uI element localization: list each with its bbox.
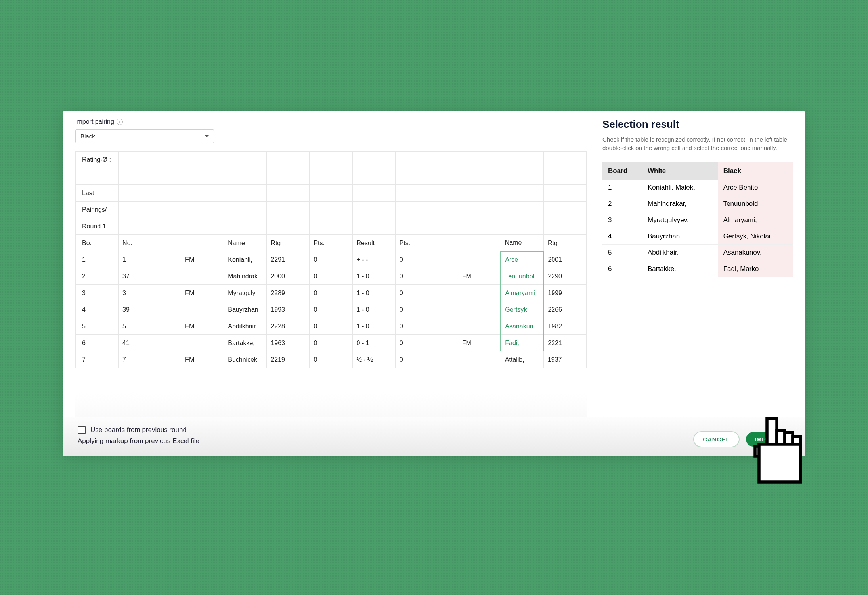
grid-cell[interactable]: FM [458, 335, 501, 351]
grid-cell[interactable]: 2290 [543, 268, 586, 285]
grid-cell[interactable] [310, 185, 352, 202]
result-row[interactable]: 3Myratgulyyev,Almaryami, [602, 212, 793, 228]
grid-cell[interactable] [224, 202, 267, 218]
grid-cell[interactable]: Bauyrzhan [224, 301, 267, 318]
table-row[interactable]: 33FMMyratguly228901 - 00Almaryami1999 [76, 285, 587, 301]
grid-cell[interactable] [181, 202, 224, 218]
grid-header-cell[interactable]: No. [119, 235, 161, 251]
grid-cell[interactable] [458, 185, 501, 202]
grid-cell[interactable]: Gertsyk, [501, 301, 543, 318]
grid-cell[interactable]: 0 [395, 251, 438, 268]
grid-cell[interactable]: FM [181, 318, 224, 335]
grid-cell[interactable]: 5 [76, 318, 119, 335]
cancel-button[interactable]: CANCEL [693, 431, 740, 447]
grid-cell[interactable] [458, 351, 501, 368]
grid-header-cell[interactable]: Result [352, 235, 395, 251]
grid-cell[interactable] [501, 152, 543, 168]
grid-cell[interactable]: 1 - 0 [352, 318, 395, 335]
grid-cell[interactable]: Rating-Ø : [76, 152, 119, 168]
grid-cell[interactable] [161, 185, 181, 202]
grid-cell[interactable]: 2001 [543, 251, 586, 268]
table-row[interactable]: 237Mahindrak200001 - 00FMTenuunbol2290 [76, 268, 587, 285]
grid-cell[interactable] [438, 152, 458, 168]
grid-cell[interactable] [161, 218, 181, 235]
source-grid[interactable]: Rating-Ø :LastPairings/Round 1Bo.No.Name… [75, 151, 587, 368]
grid-cell[interactable]: 1 [119, 251, 161, 268]
grid-cell[interactable]: Last [76, 185, 119, 202]
grid-cell[interactable]: 0 [310, 318, 352, 335]
grid-cell[interactable] [458, 218, 501, 235]
result-row[interactable]: 6Bartakke,Fadi, Marko [602, 261, 793, 277]
grid-cell[interactable]: 0 [310, 268, 352, 285]
grid-cell[interactable] [161, 301, 181, 318]
grid-cell[interactable] [543, 202, 586, 218]
grid-cell[interactable]: 2291 [267, 251, 310, 268]
grid-cell[interactable]: FM [181, 285, 224, 301]
grid-cell[interactable] [267, 152, 310, 168]
result-row[interactable]: 4Bauyrzhan,Gertsyk, Nikolai [602, 228, 793, 245]
grid-cell[interactable]: 39 [119, 301, 161, 318]
grid-cell[interactable] [161, 285, 181, 301]
grid-cell[interactable] [501, 185, 543, 202]
grid-cell[interactable]: 0 [395, 318, 438, 335]
grid-cell[interactable]: Myratguly [224, 285, 267, 301]
grid-cell[interactable] [76, 168, 119, 185]
grid-cell[interactable]: FM [181, 251, 224, 268]
grid-cell[interactable]: 37 [119, 268, 161, 285]
column-select[interactable]: Black [75, 129, 214, 143]
grid-cell[interactable]: Bartakke, [224, 335, 267, 351]
grid-cell[interactable]: Mahindrak [224, 268, 267, 285]
grid-cell[interactable] [181, 218, 224, 235]
grid-cell[interactable] [161, 202, 181, 218]
grid-cell[interactable] [438, 185, 458, 202]
grid-cell[interactable] [224, 185, 267, 202]
grid-cell[interactable] [458, 301, 501, 318]
result-row[interactable]: 5Abdilkhair,Asanakunov, [602, 245, 793, 261]
grid-cell[interactable] [310, 218, 352, 235]
grid-cell[interactable] [119, 218, 161, 235]
grid-cell[interactable] [224, 152, 267, 168]
grid-cell[interactable]: 0 [310, 335, 352, 351]
grid-cell[interactable]: 3 [76, 285, 119, 301]
grid-cell[interactable] [458, 168, 501, 185]
grid-cell[interactable] [438, 168, 458, 185]
grid-cell[interactable] [224, 218, 267, 235]
grid-cell[interactable] [395, 168, 438, 185]
grid-cell[interactable] [181, 268, 224, 285]
grid-cell[interactable]: 1999 [543, 285, 586, 301]
grid-cell[interactable]: 0 [395, 285, 438, 301]
grid-cell[interactable]: FM [458, 268, 501, 285]
grid-cell[interactable] [181, 185, 224, 202]
grid-cell[interactable] [543, 152, 586, 168]
grid-cell[interactable] [352, 185, 395, 202]
grid-header-cell[interactable]: Rtg [267, 235, 310, 251]
grid-cell[interactable]: 0 - 1 [352, 335, 395, 351]
grid-cell[interactable]: 0 [395, 268, 438, 285]
grid-cell[interactable] [458, 318, 501, 335]
grid-cell[interactable] [458, 285, 501, 301]
grid-cell[interactable] [352, 218, 395, 235]
grid-header-cell[interactable] [181, 235, 224, 251]
grid-cell[interactable]: 3 [119, 285, 161, 301]
grid-cell[interactable] [458, 251, 501, 268]
grid-cell[interactable]: FM [181, 351, 224, 368]
grid-cell[interactable]: 1982 [543, 318, 586, 335]
grid-cell[interactable]: 1 - 0 [352, 268, 395, 285]
table-row[interactable]: 439Bauyrzhan199301 - 00Gertsyk,2266 [76, 301, 587, 318]
grid-cell[interactable]: Round 1 [76, 218, 119, 235]
grid-cell[interactable] [161, 335, 181, 351]
grid-header-cell[interactable] [458, 235, 501, 251]
grid-cell[interactable]: 1 - 0 [352, 301, 395, 318]
grid-header-cell[interactable]: Pts. [395, 235, 438, 251]
result-row[interactable]: 2Mahindrakar,Tenuunbold, [602, 196, 793, 212]
grid-cell[interactable] [438, 218, 458, 235]
grid-cell[interactable]: 41 [119, 335, 161, 351]
grid-header-cell[interactable]: Bo. [76, 235, 119, 251]
grid-cell[interactable] [181, 335, 224, 351]
grid-cell[interactable] [181, 301, 224, 318]
grid-cell[interactable] [352, 202, 395, 218]
grid-cell[interactable] [438, 202, 458, 218]
grid-cell[interactable]: 5 [119, 318, 161, 335]
grid-cell[interactable] [501, 168, 543, 185]
grid-cell[interactable] [438, 285, 458, 301]
